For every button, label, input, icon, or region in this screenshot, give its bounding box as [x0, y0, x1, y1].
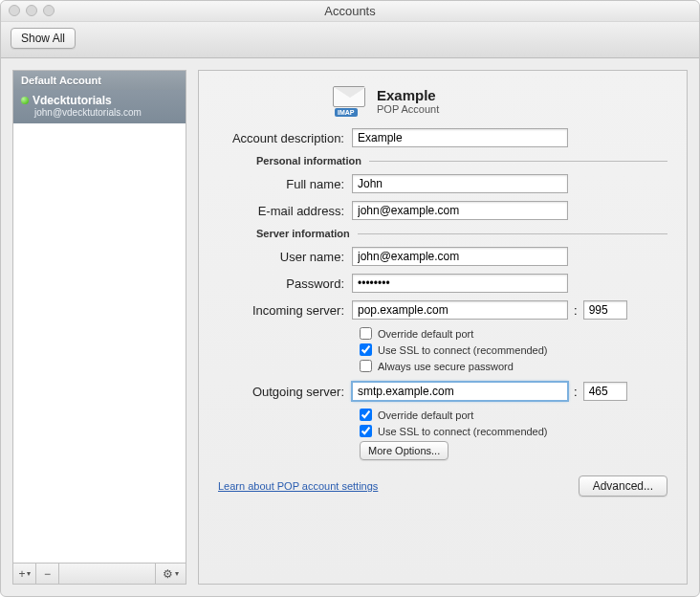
port-separator: :	[568, 385, 583, 399]
mail-icon: IMAP	[333, 86, 367, 115]
chevron-down-icon: ▾	[175, 569, 179, 578]
account-item[interactable]: Vdecktutorials john@vdecktutorials.com	[13, 90, 186, 123]
full-name-label: Full name:	[218, 177, 352, 191]
email-label: E-mail address:	[218, 204, 352, 218]
outgoing-server-field[interactable]	[352, 382, 568, 401]
incoming-server-label: Incoming server:	[218, 303, 352, 318]
description-label: Account description:	[218, 131, 352, 145]
advanced-button[interactable]: Advanced...	[579, 475, 667, 497]
server-info-header: Server information	[218, 228, 667, 239]
outgoing-server-label: Outgoing server:	[218, 385, 352, 399]
account-email: john@vdecktutorials.com	[34, 107, 178, 118]
password-label: Password:	[218, 276, 352, 291]
window-title: Accounts	[1, 1, 699, 22]
description-field[interactable]	[352, 128, 568, 147]
in-override-port-checkbox[interactable]	[360, 327, 372, 340]
port-separator: :	[568, 303, 583, 318]
personal-info-header: Personal information	[218, 155, 667, 166]
incoming-port-field[interactable]	[583, 300, 627, 320]
in-use-ssl-label: Use SSL to connect (recommended)	[378, 344, 548, 356]
in-secure-password-checkbox[interactable]	[360, 360, 372, 372]
show-all-button[interactable]: Show All	[11, 28, 76, 49]
account-header: IMAP Example POP Account	[333, 86, 667, 115]
user-name-label: User name:	[218, 250, 352, 264]
out-override-port-label: Override default port	[378, 409, 473, 421]
in-use-ssl-checkbox[interactable]	[360, 343, 372, 356]
account-title: Example	[377, 87, 439, 103]
more-options-button[interactable]: More Options...	[360, 441, 448, 460]
chevron-down-icon: ▾	[27, 569, 31, 578]
add-account-button[interactable]: + ▾	[13, 564, 36, 584]
titlebar: Accounts	[1, 1, 699, 22]
out-use-ssl-checkbox[interactable]	[360, 425, 372, 437]
plus-icon: +	[18, 567, 25, 581]
close-icon[interactable]	[9, 5, 20, 16]
full-name-field[interactable]	[352, 174, 568, 193]
account-subtitle: POP Account	[377, 103, 439, 115]
gear-menu-button[interactable]: ⚙ ▾	[155, 564, 186, 584]
remove-account-button[interactable]: −	[36, 564, 59, 584]
imap-badge: IMAP	[335, 108, 358, 117]
traffic-lights	[9, 5, 55, 16]
user-name-field[interactable]	[352, 247, 568, 266]
accounts-list: Default Account Vdecktutorials john@vdec…	[13, 71, 186, 563]
account-settings-pane: IMAP Example POP Account Account descrip…	[198, 70, 688, 585]
status-online-icon	[21, 97, 29, 104]
toolbar: Show All	[1, 22, 699, 58]
minimize-icon[interactable]	[26, 5, 37, 16]
gear-icon: ⚙	[163, 567, 173, 581]
spacer	[59, 564, 155, 584]
out-use-ssl-label: Use SSL to connect (recommended)	[378, 426, 548, 437]
sidebar-section-header: Default Account	[13, 71, 186, 90]
accounts-sidebar: Default Account Vdecktutorials john@vdec…	[12, 70, 186, 585]
outgoing-port-field[interactable]	[583, 382, 627, 401]
in-override-port-label: Override default port	[378, 328, 473, 340]
email-field[interactable]	[352, 201, 568, 220]
password-field[interactable]	[352, 274, 568, 293]
out-override-port-checkbox[interactable]	[360, 409, 372, 421]
in-secure-password-label: Always use secure password	[378, 361, 514, 372]
sidebar-footer: + ▾ − ⚙ ▾	[13, 563, 186, 584]
accounts-window: Accounts Show All Default Account Vdeckt…	[0, 0, 700, 597]
main-area: Default Account Vdecktutorials john@vdec…	[1, 58, 699, 596]
incoming-server-field[interactable]	[352, 300, 568, 320]
zoom-icon[interactable]	[43, 5, 55, 16]
learn-pop-link[interactable]: Learn about POP account settings	[218, 480, 378, 492]
account-name: Vdecktutorials	[33, 94, 112, 107]
